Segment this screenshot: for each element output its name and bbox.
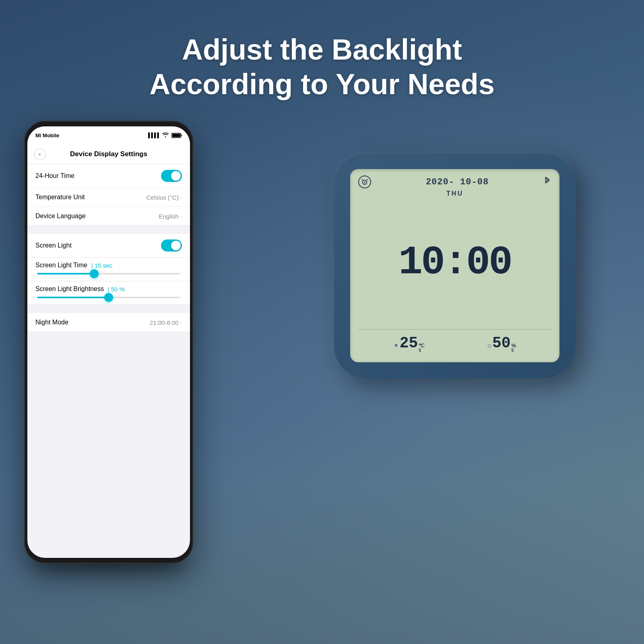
screen-light-time-thumb[interactable] [90,269,99,278]
row-temp-unit[interactable]: Temperature Unit Celsius (°C) › [27,188,190,207]
nav-bar: ‹ Device Display Settings [27,144,190,164]
row-night-mode[interactable]: Night Mode 21:00-6:00 › [27,313,190,332]
status-icons: ▌▌▌▌ [148,132,182,138]
24hour-toggle[interactable] [161,170,182,182]
screen-light-time-track[interactable] [37,273,180,275]
night-mode-chevron: › [180,320,182,326]
carrier-label: Mi Mobile [35,132,59,138]
24hour-label: 24-Hour Time [35,172,74,180]
screen-light-time-value: | 15 sec [91,262,112,269]
screen-light-label: Screen Light [35,242,72,249]
headline-line2: According to Your Needs [0,67,644,101]
device-language-value: English › [159,213,182,220]
signal-icon: ▌▌▌▌ [148,132,160,138]
battery-icon [171,133,182,138]
screen-light-brightness-track[interactable] [37,297,180,298]
section-general: 24-Hour Time Temperature Unit Celsius (°… [27,164,190,226]
phone-screen: Mi Mobile ▌▌▌▌ ‹ Device Display Settin [27,126,190,558]
screen-light-brightness-header: Screen Light Brightness | 50 % [35,285,182,293]
lcd-time: 10:00 [358,198,551,328]
temp-unit-chevron: › [180,194,182,200]
screen-light-time-header: Screen Light Time | 15 sec [35,262,182,269]
lcd-date: 2020- 10-08 [426,177,489,187]
phone-wrapper: Mi Mobile ▌▌▌▌ ‹ Device Display Settin [24,121,193,564]
lcd-divider [358,329,551,330]
lcd-day: THU [358,190,551,197]
screen-light-time-section: Screen Light Time | 15 sec [27,258,190,281]
screen-light-brightness-label: Screen Light Brightness [35,285,104,293]
headline-line1: Adjust the Backlight [0,32,644,67]
temp-unit: ℃ 5 [419,343,425,353]
humidity-icon: ◇ [487,343,491,349]
screen-light-time-label: Screen Light Time [35,262,87,269]
temp-unit-label: Temperature Unit [35,194,85,201]
phone-outer: Mi Mobile ▌▌▌▌ ‹ Device Display Settin [24,121,193,564]
row-screen-light[interactable]: Screen Light [27,234,190,257]
device-language-label: Device Language [35,213,86,220]
temp-icon: ▼ [394,343,399,349]
settings-list: 24-Hour Time Temperature Unit Celsius (°… [27,164,190,332]
screen-light-brightness-thumb[interactable] [104,293,113,302]
row-device-language[interactable]: Device Language English › [27,207,190,225]
screen-light-brightness-value: | 50 % [108,286,125,293]
screen-light-brightness-section: Screen Light Brightness | 50 % [27,281,190,305]
humidity-sensor: ◇ 50 % 5 [487,334,516,353]
temp-value: 25 [400,334,418,352]
alarm-icon [358,175,371,188]
night-mode-label: Night Mode [35,319,68,326]
back-button[interactable]: ‹ [34,148,46,160]
clock-body: 2020- 10-08 THU 10:00 ▼ 25 ℃ [334,153,576,378]
lcd-bottom-row: ▼ 25 ℃ 5 ◇ 50 % 5 [358,331,551,356]
temperature-sensor: ▼ 25 ℃ 5 [394,334,425,353]
settings-gap-2 [27,305,190,313]
section-night-mode: Night Mode 21:00-6:00 › [27,313,190,332]
settings-gap-1 [27,226,190,234]
humidity-unit: % 5 [512,343,516,353]
section-screen-light: Screen Light [27,234,190,258]
wifi-icon [162,132,169,138]
night-mode-value: 21:00-6:00 › [150,319,182,326]
svg-rect-1 [181,134,182,136]
row-24hour-time[interactable]: 24-Hour Time [27,164,190,188]
nav-title: Device Display Settings [46,150,171,158]
clock-device: 2020- 10-08 THU 10:00 ▼ 25 ℃ [334,153,608,402]
screen-light-brightness-fill [37,297,109,298]
status-bar: Mi Mobile ▌▌▌▌ [27,126,190,144]
humidity-value: 50 [492,334,511,352]
lcd-screen: 2020- 10-08 THU 10:00 ▼ 25 ℃ [350,169,559,362]
temp-unit-value: Celsius (°C) › [146,194,182,201]
headline: Adjust the Backlight According to Your N… [0,32,644,102]
lcd-top-row: 2020- 10-08 [358,175,551,188]
svg-rect-2 [172,134,180,137]
language-chevron: › [180,213,182,219]
bluetooth-icon [543,176,551,188]
screen-light-toggle[interactable] [161,239,182,252]
screen-light-time-fill [37,273,94,275]
